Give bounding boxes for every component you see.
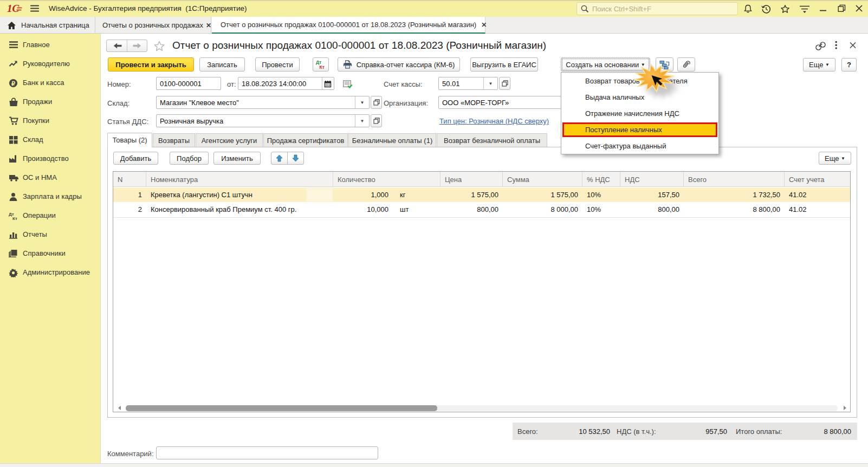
svg-text:Кт: Кт <box>12 216 17 220</box>
svg-text:Кт: Кт <box>320 64 325 70</box>
svg-text:1С: 1С <box>7 3 20 14</box>
svg-text:₽: ₽ <box>11 80 15 87</box>
